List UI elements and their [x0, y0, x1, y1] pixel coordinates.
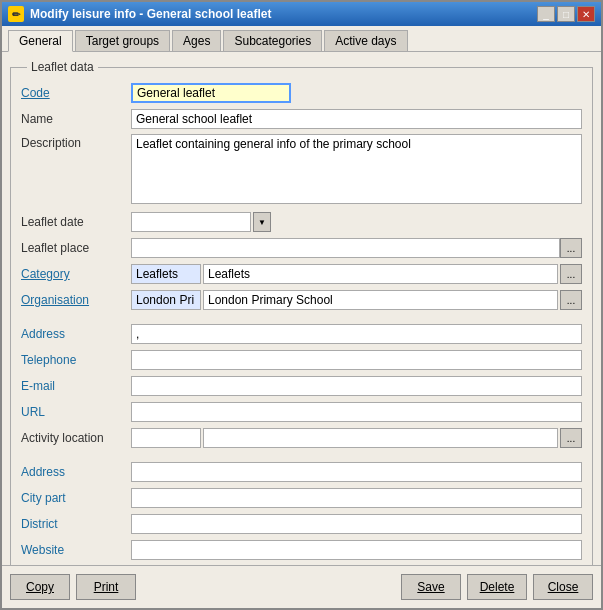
city-part-input[interactable]	[131, 488, 582, 508]
leaflet-place-browse-button[interactable]: ...	[560, 238, 582, 258]
url-input[interactable]	[131, 402, 582, 422]
organisation-short-input[interactable]	[131, 290, 201, 310]
save-button[interactable]: Save	[401, 574, 461, 600]
code-label[interactable]: Code	[21, 86, 131, 100]
organisation-row: Organisation ...	[21, 289, 582, 311]
title-bar: ✏ Modify leisure info - General school l…	[2, 2, 601, 26]
close-button[interactable]: Close	[533, 574, 593, 600]
category-label[interactable]: Category	[21, 267, 131, 281]
organisation-browse-button[interactable]: ...	[560, 290, 582, 310]
address1-row: Address	[21, 323, 582, 345]
description-label: Description	[21, 134, 131, 150]
telephone-label: Telephone	[21, 353, 131, 367]
leaflet-date-label: Leaflet date	[21, 215, 131, 229]
website-input[interactable]	[131, 540, 582, 560]
address2-input[interactable]	[131, 462, 582, 482]
url-label: URL	[21, 405, 131, 419]
main-window: ✏ Modify leisure info - General school l…	[0, 0, 603, 610]
copy-button[interactable]: Copy	[10, 574, 70, 600]
window-close-button[interactable]: ✕	[577, 6, 595, 22]
url-row: URL	[21, 401, 582, 423]
activity-location-browse-button[interactable]: ...	[560, 428, 582, 448]
tab-target-groups[interactable]: Target groups	[75, 30, 170, 51]
tab-ages[interactable]: Ages	[172, 30, 221, 51]
tab-bar: General Target groups Ages Subcategories…	[2, 26, 601, 52]
activity-location-label: Activity location	[21, 431, 131, 445]
category-full-input[interactable]	[203, 264, 558, 284]
organisation-label[interactable]: Organisation	[21, 293, 131, 307]
activity-location-full-input[interactable]	[203, 428, 558, 448]
email-input[interactable]	[131, 376, 582, 396]
main-content: Leaflet data Code Name Description Leafl…	[2, 52, 601, 565]
name-label: Name	[21, 112, 131, 126]
telephone-row: Telephone	[21, 349, 582, 371]
leaflet-date-dropdown[interactable]: ▼	[253, 212, 271, 232]
address1-input[interactable]	[131, 324, 582, 344]
delete-button[interactable]: Delete	[467, 574, 527, 600]
description-row: Description Leaflet containing general i…	[21, 134, 582, 207]
maximize-button[interactable]: □	[557, 6, 575, 22]
name-input[interactable]	[131, 109, 582, 129]
leaflet-date-row: Leaflet date ▼	[21, 211, 582, 233]
description-input[interactable]: Leaflet containing general info of the p…	[131, 134, 582, 204]
code-row: Code	[21, 82, 582, 104]
city-part-label: City part	[21, 491, 131, 505]
organisation-full-input[interactable]	[203, 290, 558, 310]
tab-subcategories[interactable]: Subcategories	[223, 30, 322, 51]
category-short-input[interactable]	[131, 264, 201, 284]
footer: Copy Print Save Delete Close	[2, 565, 601, 608]
district-row: District	[21, 513, 582, 535]
telephone-input[interactable]	[131, 350, 582, 370]
fieldset-legend: Leaflet data	[27, 60, 98, 74]
code-input[interactable]	[131, 83, 291, 103]
category-browse-button[interactable]: ...	[560, 264, 582, 284]
leaflet-place-input[interactable]	[131, 238, 560, 258]
name-row: Name	[21, 108, 582, 130]
district-label: District	[21, 517, 131, 531]
leaflet-data-fieldset: Leaflet data Code Name Description Leafl…	[10, 60, 593, 565]
tab-active-days[interactable]: Active days	[324, 30, 407, 51]
print-button[interactable]: Print	[76, 574, 136, 600]
activity-location-short-input[interactable]	[131, 428, 201, 448]
leaflet-place-label: Leaflet place	[21, 241, 131, 255]
leaflet-place-row: Leaflet place ...	[21, 237, 582, 259]
window-title: Modify leisure info - General school lea…	[30, 7, 271, 21]
email-row: E-mail	[21, 375, 582, 397]
address1-label: Address	[21, 327, 131, 341]
leaflet-date-input[interactable]	[131, 212, 251, 232]
window-icon: ✏	[8, 6, 24, 22]
tab-general[interactable]: General	[8, 30, 73, 52]
website-label: Website	[21, 543, 131, 557]
district-input[interactable]	[131, 514, 582, 534]
email-label: E-mail	[21, 379, 131, 393]
activity-location-row: Activity location ...	[21, 427, 582, 449]
city-part-row: City part	[21, 487, 582, 509]
minimize-button[interactable]: _	[537, 6, 555, 22]
category-row: Category ...	[21, 263, 582, 285]
address2-row: Address	[21, 461, 582, 483]
website-row: Website	[21, 539, 582, 561]
address2-label: Address	[21, 465, 131, 479]
